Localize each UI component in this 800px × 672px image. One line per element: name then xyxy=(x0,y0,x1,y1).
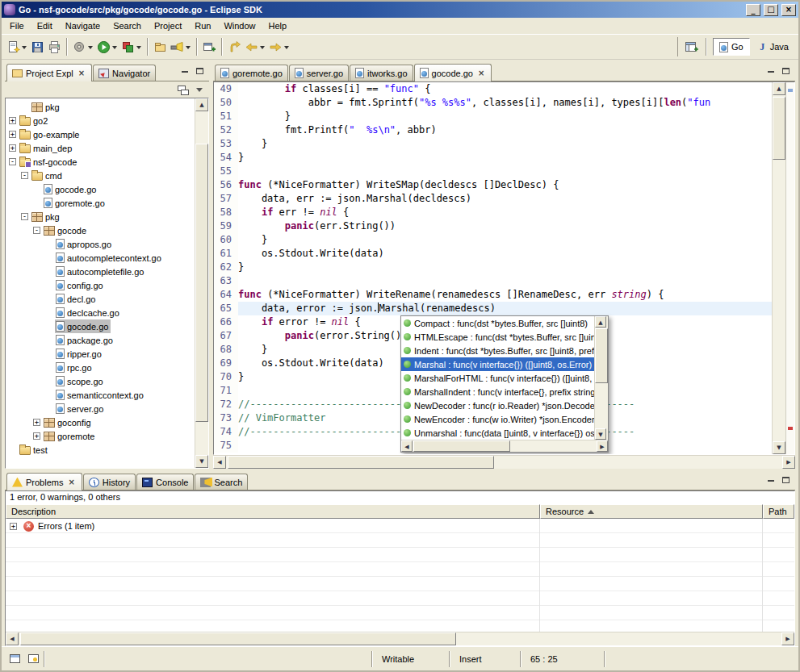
expand-icon[interactable]: + xyxy=(33,419,40,426)
tree-item-gocode[interactable]: -gocode xyxy=(6,223,195,237)
scroll-left-icon[interactable]: ◀ xyxy=(401,440,413,452)
maximize-window-button[interactable]: □ xyxy=(764,4,778,16)
maximize-view-button[interactable] xyxy=(193,65,207,77)
menu-item-help[interactable]: Help xyxy=(262,19,294,32)
code-line[interactable]: 54} xyxy=(214,151,772,165)
maximize-view-button[interactable] xyxy=(779,65,793,77)
scroll-down-icon[interactable]: ▼ xyxy=(773,441,785,454)
coverage-button[interactable] xyxy=(119,37,144,56)
menu-item-file[interactable]: File xyxy=(3,19,31,32)
chevron-down-icon[interactable] xyxy=(86,38,94,56)
scroll-left-icon[interactable]: ◀ xyxy=(213,456,226,469)
view-menu-button[interactable] xyxy=(192,84,206,96)
tab-search[interactable]: Search xyxy=(195,474,248,490)
problems-row[interactable]: +Errors (1 item) xyxy=(6,519,794,533)
tree-item-cmd[interactable]: -cmd xyxy=(6,169,195,182)
scrollbar-track[interactable] xyxy=(226,456,782,469)
external-tools-button[interactable] xyxy=(71,37,95,56)
scrollbar-thumb[interactable] xyxy=(195,144,208,422)
tree-item-go2[interactable]: +go2 xyxy=(6,114,195,127)
column-divider[interactable] xyxy=(539,519,540,632)
column-header-path[interactable]: Path xyxy=(763,504,794,519)
chevron-down-icon[interactable] xyxy=(258,38,266,56)
minimize-view-button[interactable] xyxy=(764,65,777,77)
completion-item[interactable]: HTMLEscape : func(dst *bytes.Buffer, src… xyxy=(401,330,594,344)
print-button[interactable] xyxy=(46,37,63,56)
expand-icon[interactable]: + xyxy=(10,523,17,530)
code-line[interactable]: 49 if classes[i] == "func" { xyxy=(214,82,772,96)
editor-horizontal-scrollbar[interactable]: ◀ ▶ xyxy=(213,455,795,469)
code-line[interactable]: 50 abbr = fmt.Sprintf("%s %s%s", classes… xyxy=(214,96,772,110)
scrollbar-thumb[interactable] xyxy=(413,440,510,452)
popup-vertical-scrollbar[interactable]: ▲ ▼ xyxy=(594,316,608,440)
scroll-up-icon[interactable]: ▲ xyxy=(195,98,208,111)
tab-problems[interactable]: Problems× xyxy=(6,473,82,490)
save-button[interactable] xyxy=(29,37,46,56)
last-edit-location-button[interactable] xyxy=(226,37,243,56)
tree-item-pkg[interactable]: -pkg xyxy=(6,210,195,223)
perspective-go[interactable]: Go xyxy=(713,38,750,56)
show-editor-button[interactable] xyxy=(25,651,41,667)
collapse-icon[interactable]: - xyxy=(21,172,28,179)
tree-vertical-scrollbar[interactable]: ▲ ▼ xyxy=(195,98,208,468)
tab-gocode-go[interactable]: gocode.go× xyxy=(414,64,492,81)
tree-item-rpc-go[interactable]: +rpc.go xyxy=(6,361,195,374)
code-line[interactable]: 63 xyxy=(214,274,772,288)
menu-item-navigate[interactable]: Navigate xyxy=(59,19,107,32)
completion-item[interactable]: MarshalForHTML : func(v interface{}) ([]… xyxy=(401,371,594,385)
code-line[interactable]: 61 os.Stdout.Write(data) xyxy=(214,247,772,261)
completion-item[interactable]: Indent : func(dst *bytes.Buffer, src []u… xyxy=(401,344,594,357)
close-icon[interactable]: × xyxy=(66,478,76,487)
tree-item-goremote-go[interactable]: +goremote.go xyxy=(6,196,195,210)
scrollbar-track[interactable] xyxy=(195,111,208,455)
close-icon[interactable]: × xyxy=(77,69,86,78)
tree-item-test[interactable]: +test xyxy=(6,443,195,457)
tree-item-nsf-gocode[interactable]: -nsf-gocode xyxy=(6,155,195,169)
close-window-button[interactable]: × xyxy=(781,4,796,16)
scrollbar-thumb[interactable] xyxy=(20,632,456,645)
tree-item-go-example[interactable]: +go-example xyxy=(6,127,195,141)
code-line[interactable]: 58 if err != nil { xyxy=(214,206,772,219)
code-line[interactable]: 52 fmt.Printf(" %s\n", abbr) xyxy=(214,123,772,137)
title-bar[interactable]: Go - nsf-gocode/src/pkg/gocode/gocode.go… xyxy=(2,2,798,18)
tree-item-goremote[interactable]: +goremote xyxy=(6,429,195,443)
tree-item-goconfig[interactable]: +goconfig xyxy=(6,415,195,429)
tree-item-server-go[interactable]: +server.go xyxy=(6,402,195,415)
perspective-java[interactable]: JJava xyxy=(752,38,795,56)
code-line[interactable]: 59 panic(err.String()) xyxy=(214,219,772,233)
expand-icon[interactable]: + xyxy=(9,117,16,124)
chevron-down-icon[interactable] xyxy=(184,38,191,56)
code-editor[interactable]: 49 if classes[i] == "func" {50 abbr = fm… xyxy=(213,81,795,455)
open-resource-button[interactable] xyxy=(152,37,169,56)
menu-item-run[interactable]: Run xyxy=(188,19,217,32)
scroll-up-icon[interactable]: ▲ xyxy=(595,316,606,328)
tab-server-go[interactable]: server.go xyxy=(289,65,349,81)
error-marker[interactable] xyxy=(788,427,793,430)
fast-view-button[interactable] xyxy=(6,651,23,667)
collapse-icon[interactable]: - xyxy=(21,213,28,220)
tab-project-expl[interactable]: Project Expl× xyxy=(6,64,92,81)
tree-item-scope-go[interactable]: +scope.go xyxy=(6,374,195,388)
tree-item-gocode-go[interactable]: +gocode.go xyxy=(6,319,195,333)
completion-item[interactable]: Compact : func(dst *bytes.Buffer, src []… xyxy=(401,316,594,330)
scrollbar-track[interactable] xyxy=(413,440,597,452)
open-perspective-button[interactable] xyxy=(683,37,700,56)
code-line[interactable]: 62} xyxy=(214,261,772,274)
tree-item-pkg[interactable]: +pkg xyxy=(6,100,195,114)
tab-itworks-go[interactable]: itworks.go xyxy=(350,65,413,81)
chevron-down-icon[interactable] xyxy=(283,38,290,56)
column-divider[interactable] xyxy=(762,519,763,632)
minimize-window-button[interactable]: _ xyxy=(746,4,760,16)
completion-item[interactable]: MarshalIndent : func(v interface{}, pref… xyxy=(401,385,594,399)
scrollbar-thumb[interactable] xyxy=(595,328,608,383)
scroll-right-icon[interactable]: ▶ xyxy=(782,456,795,469)
tree-item-main-dep[interactable]: +main_dep xyxy=(6,141,195,155)
new-go-element-button[interactable] xyxy=(201,37,218,56)
chevron-down-icon[interactable] xyxy=(20,38,27,56)
search-button[interactable] xyxy=(169,37,193,56)
scrollbar-track[interactable] xyxy=(595,328,608,428)
tree-item-apropos-go[interactable]: +apropos.go xyxy=(6,237,195,251)
scroll-down-icon[interactable]: ▼ xyxy=(595,428,606,440)
collapse-icon[interactable]: - xyxy=(9,158,16,165)
code-line[interactable]: 51 } xyxy=(214,110,772,123)
